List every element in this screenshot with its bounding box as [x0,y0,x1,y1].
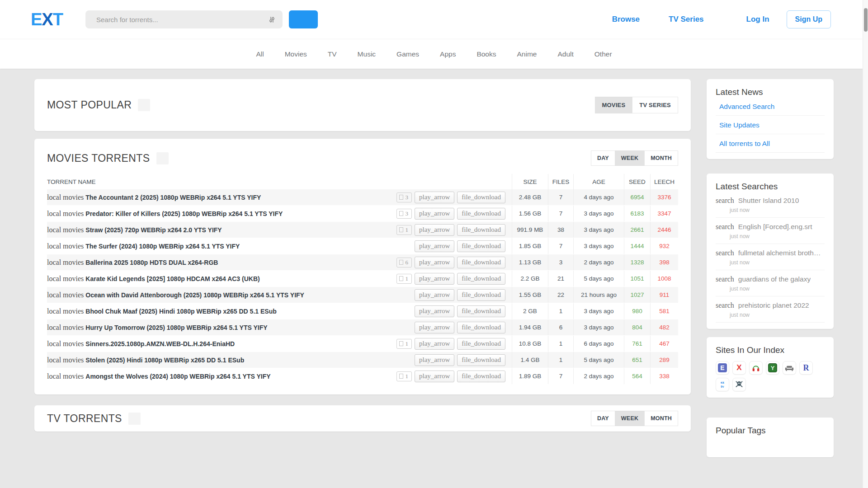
play-button[interactable]: play_arrow [415,289,454,301]
tv-series-link[interactable]: TV Series [669,15,704,24]
torrent-name-link[interactable]: Bhool Chuk Maaf (2025) Hindi 1080p WEBRi… [85,308,276,315]
torrent-name-link[interactable]: Stolen (2025) Hindi 1080p WEBRip x265 DD… [85,357,244,364]
yts-site-icon[interactable]: Y [766,361,779,375]
download-button[interactable]: file_download [457,273,505,285]
play-button[interactable]: play_arrow [415,208,454,220]
download-button[interactable]: file_download [457,371,505,382]
torrent-name-link[interactable]: Ballerina 2025 1080p HDTS DUAL x264-RGB [85,259,218,266]
download-button[interactable]: file_download [457,208,505,220]
category-tv[interactable]: TV [328,50,337,58]
comments-badge[interactable]: 1 [396,339,412,349]
column-seed[interactable]: SEED [624,174,650,189]
comments-badge[interactable]: 1 [396,225,412,235]
torrent-name-link[interactable]: Karate Kid Legends [2025] 1080p HDCAM x2… [85,275,259,282]
category-other[interactable]: Other [594,50,612,58]
site-logo[interactable]: EXT [31,10,63,29]
search-submit-button[interactable] [289,10,318,28]
play-button[interactable]: play_arrow [415,240,454,252]
search-icon: search [716,197,734,205]
download-button[interactable]: file_download [457,224,505,236]
comments-badge[interactable]: 6 [396,258,412,267]
column-leech[interactable]: LEECH [650,174,678,189]
scrollbar-thumb[interactable] [864,8,868,32]
category-music[interactable]: Music [358,50,376,58]
column-torrent-name[interactable]: TORRENT NAME [47,174,512,189]
torrent-name-link[interactable]: Amongst the Wolves (2024) 1080p WEBRip x… [85,373,270,380]
play-button[interactable]: play_arrow [415,224,454,236]
torrent-size: 10.8 GB [512,336,548,352]
vertical-scrollbar[interactable] [863,0,868,488]
latest-search-item[interactable]: searchguardians of the galaxyjust now [716,270,825,296]
couch-site-icon[interactable] [783,361,796,375]
download-button[interactable]: file_download [457,354,505,366]
comments-badge[interactable]: 1 [396,274,412,284]
latest-search-item[interactable]: searchfullmetal alchemist brotherh…just … [716,244,825,270]
popular-toggle-tv-series[interactable]: TV SERIES [632,97,678,113]
play-button[interactable]: play_arrow [415,338,454,350]
category-all[interactable]: All [256,50,264,58]
torrent-name-link[interactable]: The Accountant 2 (2025) 1080p WEBRip x26… [85,194,261,201]
movies-tab-month[interactable]: MONTH [644,150,678,166]
category-anime[interactable]: Anime [517,50,537,58]
1337x-site-icon[interactable]: X [732,361,746,375]
tv-tab-month[interactable]: MONTH [644,411,678,426]
search-input[interactable] [96,16,268,23]
download-button[interactable]: file_download [457,322,505,333]
torrent-name-link[interactable]: The Surfer (2024) 1080p WEBRip x264 5.1 … [85,243,240,250]
download-button[interactable]: file_download [457,289,505,301]
piratebay-site-icon[interactable] [732,378,746,391]
torrent-name-link[interactable]: Predator: Killer of Killers (2025) 1080p… [85,210,283,217]
column-size[interactable]: SIZE [512,174,548,189]
comments-badge[interactable]: 3 [396,192,412,202]
download-button[interactable]: file_download [457,240,505,252]
signup-button[interactable]: Sign Up [787,10,831,28]
news-link-advanced-search[interactable]: Advanced Search [716,97,825,116]
category-games[interactable]: Games [396,50,419,58]
torrent-name-link[interactable]: Ocean with David Attenborough (2025) 108… [85,291,304,299]
torrent-name-link[interactable]: Hurry Up Tomorrow (2025) 1080p WEBRip x2… [85,324,267,331]
play-button[interactable]: play_arrow [415,371,454,382]
comments-badge[interactable]: 3 [396,209,412,219]
torrent-row: local movies Hurry Up Tomorrow (2025) 10… [47,319,678,336]
login-link[interactable]: Log In [746,15,769,24]
latest-search-item[interactable]: searchprehistoric planet 2022just now [716,296,825,323]
category-apps[interactable]: Apps [440,50,456,58]
browse-link[interactable]: Browse [612,15,640,24]
popular-toggle-movies[interactable]: MOVIES [595,97,633,113]
play-button[interactable]: play_arrow [415,192,454,203]
tv-tab-day[interactable]: DAY [591,411,615,426]
download-button[interactable]: file_download [457,305,505,317]
most-popular-title: MOST POPULAR [47,99,132,111]
rarbg-site-icon[interactable]: R [799,361,813,375]
torrent-row: local movies Karate Kid Legends [2025] 1… [47,271,678,287]
play-button[interactable]: play_arrow [415,305,454,317]
movies-tab-day[interactable]: DAY [591,150,615,166]
latest-search-item[interactable]: searchEnglish [Forced].eng.srtjust now [716,218,825,244]
play-button[interactable]: play_arrow [415,273,454,285]
torrent-name-link[interactable]: Straw (2025) 720p WEBRip x264 2.0 YTS YI… [85,226,222,234]
download-button[interactable]: file_download [457,338,505,350]
extratorrent-site-icon[interactable]: E [716,361,729,375]
movies-tab-week[interactable]: WEEK [615,150,645,166]
comments-badge[interactable]: 1 [396,371,412,381]
search-filters-icon[interactable] [268,15,276,24]
column-age[interactable]: AGE [573,174,624,189]
category-movies[interactable]: Movies [285,50,307,58]
tv-tab-week[interactable]: WEEK [615,411,645,426]
download-button[interactable]: file_download [457,257,505,268]
torrent-name-link[interactable]: Sinners.2025.1080p.AMZN.WEB-DL.H.264-Eni… [85,340,235,347]
category-adult[interactable]: Adult [557,50,573,58]
column-files[interactable]: FILES [548,174,573,189]
news-link-site-updates[interactable]: Site Updates [716,116,825,134]
latest-searches-title: Latest Searches [716,182,825,192]
play-button[interactable]: play_arrow [415,257,454,268]
news-link-all-torrents-to-all[interactable]: All torrents to All [716,134,825,153]
eztv-site-icon[interactable]: eztv [716,378,729,391]
play-button[interactable]: play_arrow [415,322,454,333]
play-button[interactable]: play_arrow [415,354,454,366]
latest-search-item[interactable]: searchShutter Island 2010just now [716,192,825,218]
download-button[interactable]: file_download [457,192,505,203]
audiobookbay-site-icon[interactable] [749,361,763,375]
category-books[interactable]: Books [476,50,496,58]
latest-searches-card: Latest Searches searchShutter Island 201… [707,174,834,329]
